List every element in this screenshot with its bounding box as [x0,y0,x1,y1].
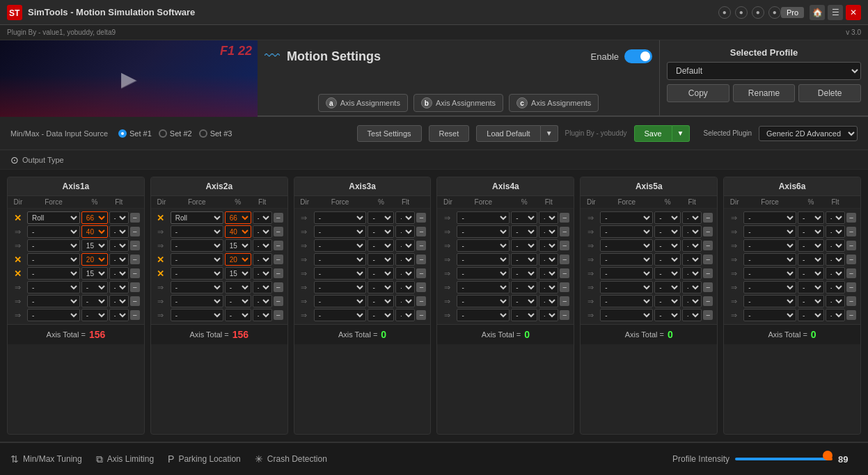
flt-select[interactable]: - [395,309,415,321]
minus-button[interactable]: − [703,255,713,264]
dir-icon[interactable]: ⇒ [10,282,24,292]
dir-icon[interactable]: ⇒ [154,227,168,236]
flt-select[interactable]: - [253,225,272,238]
minus-button[interactable]: − [560,255,569,264]
pct-select[interactable]: - [798,267,824,280]
minus-button[interactable]: − [560,241,569,250]
intensity-slider-container[interactable] [735,454,833,464]
flt-select[interactable]: - [109,267,129,280]
minus-button[interactable]: − [416,296,426,306]
flt-select[interactable]: - [826,309,845,321]
flt-select[interactable]: - [682,309,702,321]
force-select[interactable]: - [600,211,653,224]
minus-button[interactable]: − [560,268,569,278]
minus-button[interactable]: − [846,282,856,292]
minus-button[interactable]: − [130,255,140,264]
dir-icon[interactable]: ⇒ [727,255,741,264]
dir-icon[interactable]: ✕ [154,268,168,278]
minus-button[interactable]: − [846,255,856,264]
dir-icon[interactable]: ⇒ [10,296,24,306]
flt-select[interactable]: - [826,211,845,224]
minus-button[interactable]: − [130,213,140,223]
dir-icon[interactable]: ⇒ [583,282,597,292]
dir-icon[interactable]: ⇒ [583,268,597,278]
dir-icon[interactable]: ⇒ [583,213,597,223]
pct-select[interactable]: 15 [81,239,108,252]
force-select[interactable]: - [743,211,796,224]
pct-select[interactable]: - [654,239,681,252]
pct-select[interactable]: - [654,281,681,293]
dir-icon[interactable]: ⇒ [440,268,454,278]
minus-button[interactable]: − [274,227,283,236]
force-select[interactable]: - [27,309,80,321]
dir-icon[interactable]: ⇒ [583,255,597,264]
force-select[interactable]: - [600,281,653,293]
dir-icon[interactable]: ⇒ [297,241,311,250]
force-select[interactable]: - [314,295,367,307]
minus-button[interactable]: − [703,241,713,250]
dir-icon[interactable]: ⇒ [583,227,597,236]
dir-icon[interactable]: ⇒ [154,241,168,250]
minus-button[interactable]: − [416,268,426,278]
flt-select[interactable]: - [109,211,129,224]
force-select[interactable]: - [457,295,510,307]
intensity-thumb[interactable] [823,451,833,460]
force-select[interactable]: - [27,267,80,280]
flt-select[interactable]: - [682,295,702,307]
minus-button[interactable]: − [846,310,856,320]
pct-select[interactable]: - [81,309,108,321]
force-select[interactable]: - [171,253,223,266]
flt-select[interactable]: - [539,253,558,266]
pct-select[interactable]: - [798,309,824,321]
minus-button[interactable]: − [274,310,283,320]
minus-button[interactable]: − [703,227,713,236]
dir-icon[interactable]: ✕ [154,255,168,264]
force-select[interactable]: - [743,253,796,266]
flt-select[interactable]: - [109,281,129,293]
axis-tab-a[interactable]: a Axis Assignments [318,94,408,112]
dir-icon[interactable]: ⇒ [297,227,311,236]
pct-select[interactable]: - [225,281,251,293]
pct-select[interactable]: - [511,309,537,321]
load-default-dropdown[interactable]: ▼ [541,125,558,142]
flt-select[interactable]: - [109,225,129,238]
close-button[interactable]: ✕ [846,5,861,20]
force-select[interactable]: - [600,267,653,280]
flt-select[interactable]: - [395,267,415,280]
test-settings-button[interactable]: Test Settings [357,125,422,142]
pct-select[interactable]: - [654,295,681,307]
flt-select[interactable]: - [682,253,702,266]
flt-select[interactable]: - [682,225,702,238]
intensity-slider[interactable] [735,458,833,460]
pct-select[interactable]: - [225,309,251,321]
minus-button[interactable]: − [274,296,283,306]
pct-select[interactable]: 66 [81,211,108,224]
flt-select[interactable]: - [539,225,558,238]
plugin-select[interactable]: Generic 2D Advanced [759,126,858,141]
flt-select[interactable]: - [253,239,272,252]
dir-icon[interactable]: ✕ [154,213,168,223]
flt-select[interactable]: - [539,267,558,280]
delete-button[interactable]: Delete [798,84,861,102]
reset-button[interactable]: Reset [429,125,470,142]
dir-icon[interactable]: ⇒ [727,241,741,250]
dir-icon[interactable]: ⇒ [297,255,311,264]
flt-select[interactable]: - [395,281,415,293]
minus-button[interactable]: − [416,241,426,250]
minus-button[interactable]: − [560,282,569,292]
pct-select[interactable]: - [654,211,681,224]
pct-select[interactable]: - [368,309,394,321]
dir-icon[interactable]: ⇒ [727,310,741,320]
flt-select[interactable]: - [539,295,558,307]
minus-button[interactable]: − [560,213,569,223]
pct-select[interactable]: - [511,211,537,224]
dir-icon[interactable]: ⇒ [583,296,597,306]
minus-button[interactable]: − [416,282,426,292]
dir-icon[interactable]: ⇒ [10,241,24,250]
pct-select[interactable]: - [368,267,394,280]
flt-select[interactable]: - [253,309,272,321]
force-select[interactable]: - [743,281,796,293]
flt-select[interactable]: - [395,225,415,238]
pct-select[interactable]: - [798,281,824,293]
pct-select[interactable]: - [511,295,537,307]
